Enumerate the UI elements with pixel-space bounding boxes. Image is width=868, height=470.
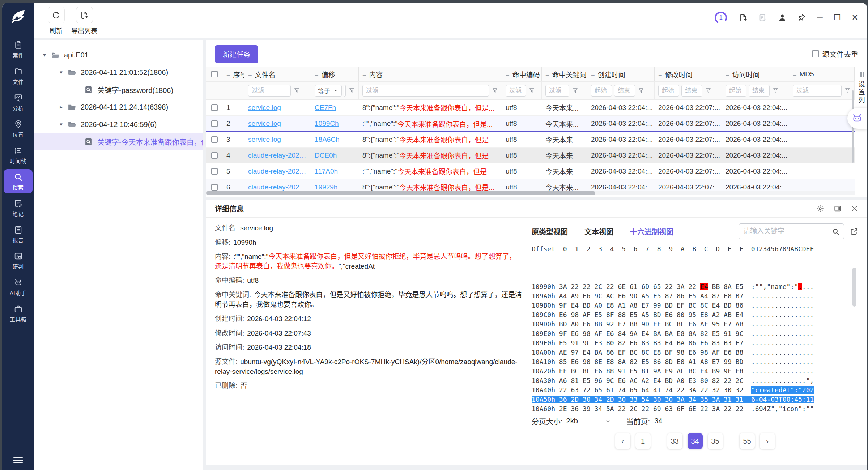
page-button-1[interactable]: 1 [635, 433, 651, 449]
tree-caret-icon[interactable]: ▾ [57, 121, 65, 128]
search-icon[interactable] [832, 228, 839, 235]
hex-scrollbar-thumb[interactable] [852, 268, 856, 307]
table-vertical-scrollbar[interactable] [852, 74, 854, 192]
row-checkbox[interactable] [211, 168, 218, 175]
filter-content-funnel-icon[interactable] [492, 87, 498, 94]
tree-item[interactable]: ▸2026-04-11 21:24:14(6398) [34, 98, 203, 116]
sidebar-item-研判[interactable]: 研判 [4, 248, 33, 273]
open-external-icon[interactable] [850, 227, 858, 236]
offset-link[interactable]: 117A0h [315, 167, 338, 175]
page-button-34[interactable]: 34 [688, 433, 703, 449]
filter-atime-funnel-icon[interactable] [773, 87, 779, 94]
filter-mtime-funnel-icon[interactable] [705, 87, 711, 94]
sidebar-item-文件[interactable]: 文件 [4, 64, 33, 88]
pin-window-icon[interactable] [797, 13, 806, 22]
filter-offset-funnel-icon[interactable] [349, 87, 355, 94]
filter-mtime-end-input[interactable] [681, 85, 702, 97]
col-mtime[interactable]: 修改时间 [655, 67, 722, 81]
filter-encoding-input[interactable] [506, 85, 526, 97]
filename-link[interactable]: service.log [248, 104, 281, 112]
export-file-icon[interactable] [739, 13, 748, 22]
page-button-33[interactable]: 33 [667, 433, 682, 449]
offset-link[interactable]: DCE0h [315, 151, 337, 159]
hex-search-input[interactable] [743, 227, 832, 235]
page-prev-button[interactable]: ‹ [615, 433, 630, 449]
tree-item[interactable]: ▾2026-04-11 21:01:52(1806) [34, 64, 203, 81]
sidebar-item-报告[interactable]: 报告 [4, 222, 33, 246]
source-dedupe-checkbox[interactable]: 源文件去重 [812, 49, 858, 59]
filter-atime-start-input[interactable] [726, 85, 746, 97]
row-checkbox[interactable] [211, 152, 218, 159]
sidebar-item-笔记[interactable]: 笔记 [4, 196, 33, 220]
col-content[interactable]: 内容 [359, 67, 502, 81]
table-row[interactable]: 5claude-relay-2026-04-117A0h:"","name":"… [206, 163, 855, 179]
filter-ctime-end-input[interactable] [614, 85, 635, 97]
new-task-button[interactable]: 新建任务 [215, 45, 258, 63]
tree-item[interactable]: ▾2026-04-12 10:46:59(6) [34, 116, 203, 133]
col-seq[interactable]: 序号 [223, 67, 244, 81]
hex-search-box[interactable] [739, 223, 844, 239]
filename-link[interactable]: claude-relay-2026-04- [248, 167, 307, 175]
page-size-select[interactable]: 2kb [566, 415, 610, 427]
detail-settings-gear-icon[interactable] [816, 205, 824, 213]
tree-item[interactable]: 关键字-password(1806) [34, 81, 203, 98]
col-atime[interactable]: 访问时间 [722, 67, 789, 81]
offset-link[interactable]: 1099Ch [315, 120, 339, 128]
task-progress-spinner[interactable]: 1 [714, 10, 728, 25]
offset-link[interactable]: CE7Fh [315, 104, 336, 112]
col-keyword[interactable]: 命中关键词 [542, 67, 587, 81]
filter-keyword-input[interactable] [545, 85, 569, 97]
table-row[interactable]: 2service.log1099Ch:"","name":"今天本来准备跟你表白… [206, 116, 855, 132]
filter-encoding-funnel-icon[interactable] [529, 87, 535, 94]
detail-close-icon[interactable] [851, 205, 858, 212]
maximize-button[interactable]: ☐ [834, 14, 841, 22]
tree-caret-icon[interactable]: ▾ [41, 52, 48, 58]
filter-ctime-funnel-icon[interactable] [638, 87, 644, 94]
filename-link[interactable]: service.log [248, 120, 281, 128]
current-page-input[interactable]: 34 [654, 415, 701, 427]
col-ctime[interactable]: 创建时间 [587, 67, 655, 81]
table-row[interactable]: 4claude-relay-2026-04-DCE0h8":{"name":"今… [206, 148, 855, 163]
sidebar-item-分析[interactable]: 分析 [4, 90, 33, 114]
table-row[interactable]: 1service.logCE7Fh8":{"name":"今天本来准备跟你表白，… [206, 100, 855, 116]
tree-caret-icon[interactable]: ▸ [57, 104, 65, 110]
filter-ctime-start-input[interactable] [591, 85, 612, 97]
filter-offset-input[interactable] [344, 85, 346, 97]
filter-filename-funnel-icon[interactable] [294, 87, 300, 94]
dedupe-checkbox-box[interactable] [812, 50, 819, 57]
page-button-55[interactable]: 55 [740, 433, 755, 449]
detail-layout-panel-icon[interactable] [834, 205, 842, 213]
tab-text-view[interactable]: 文本视图 [584, 226, 613, 237]
row-checkbox[interactable] [211, 120, 218, 127]
close-window-button[interactable]: ✕ [852, 14, 858, 22]
row-checkbox[interactable] [211, 184, 218, 191]
table-horizontal-scrollbar[interactable] [206, 191, 855, 195]
minimize-button[interactable]: ─ [817, 14, 823, 22]
col-encoding[interactable]: 命中编码 [502, 67, 542, 81]
filter-md5-input[interactable] [793, 85, 842, 97]
user-account-icon[interactable] [778, 13, 787, 22]
sidebar-item-案件[interactable]: 案件 [4, 37, 33, 61]
offset-link[interactable]: 19929h [315, 183, 337, 191]
col-offset[interactable]: 偏移 [311, 67, 359, 81]
sidebar-item-搜索[interactable]: 搜索 [4, 169, 33, 193]
select-all-checkbox[interactable] [211, 71, 218, 77]
page-next-button[interactable]: › [760, 433, 775, 449]
row-checkbox[interactable] [211, 136, 218, 143]
col-filename[interactable]: 文件名 [244, 67, 311, 81]
tab-hex-view[interactable]: 十六进制视图 [630, 226, 673, 237]
filter-filename-input[interactable] [248, 85, 291, 97]
tab-raw-view[interactable]: 原类型视图 [532, 226, 568, 237]
ai-assistant-fab[interactable] [847, 108, 867, 129]
table-row[interactable]: 3service.log18A6Ch8":{"name":"今天本来准备跟你表白… [206, 132, 855, 148]
filter-offset-op-select[interactable]: 等于 [315, 85, 342, 97]
refresh-button[interactable]: 刷新 [42, 7, 70, 38]
row-checkbox[interactable] [211, 104, 218, 111]
collapse-menu-button[interactable] [13, 457, 23, 463]
page-button-35[interactable]: 35 [708, 433, 723, 449]
tree-item[interactable]: ▾api.E01 [34, 46, 203, 64]
filter-content-input[interactable] [362, 85, 489, 97]
offset-link[interactable]: 18A6Ch [315, 136, 340, 144]
filename-link[interactable]: service.log [248, 136, 281, 144]
export-list-button[interactable]: 导出列表 [70, 7, 98, 38]
